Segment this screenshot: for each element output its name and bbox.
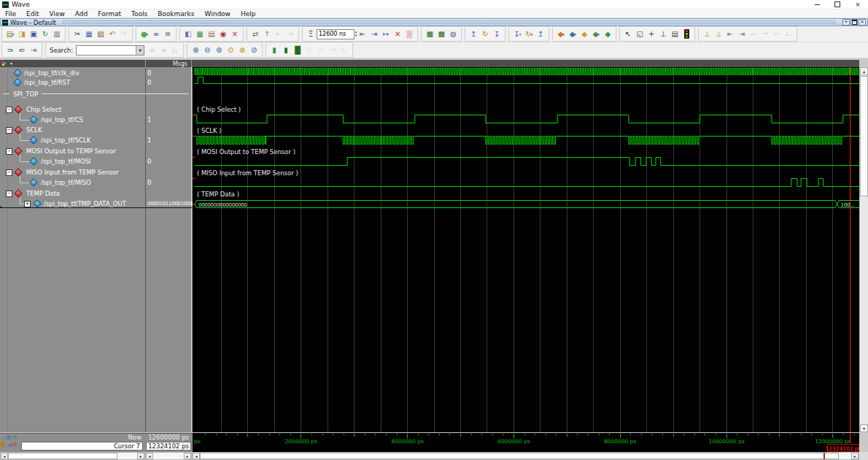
column-menu-caret-icon[interactable]: ▾ — [10, 61, 12, 66]
swap-button[interactable]: ⇄ — [249, 28, 261, 40]
signal-name[interactable]: /spi_top_tf/SCLK — [41, 137, 90, 144]
scroll-up-icon[interactable]: ▴ — [860, 67, 868, 75]
expand-all-button[interactable]: ⇚ — [16, 45, 28, 56]
zoom-in-button[interactable]: ⊕ — [190, 45, 201, 56]
collapse-all-button[interactable]: ⇛ — [4, 45, 16, 56]
toggle-group-button[interactable]: ⇥ — [28, 45, 39, 56]
signal-name[interactable]: /spi_top_tf/RST — [24, 79, 70, 86]
launch-button[interactable]: ●▾ — [139, 28, 150, 40]
group-name[interactable]: SCLK — [26, 126, 42, 134]
run-button[interactable]: ⇥ — [368, 28, 380, 40]
remove-cursor-button[interactable]: ⊥ — [713, 28, 724, 40]
scroll-left-icon[interactable]: ◂ — [193, 453, 200, 459]
signal-name[interactable]: /spi_top_tf/MISO — [41, 179, 91, 186]
group-name[interactable]: Chip Select — [26, 106, 61, 113]
watch-view-button[interactable]: ◆ — [602, 28, 613, 40]
next-rising-button[interactable]: ⌐ — [748, 28, 759, 40]
signal-name[interactable]: /spi_top_tf/TMP_DATA_OUT — [44, 200, 126, 207]
show-markers-button[interactable]: █ — [292, 45, 303, 56]
signal-name[interactable]: /spi_top_tf/MOSI — [41, 158, 91, 165]
profile-view-button[interactable]: ◆▾ — [555, 28, 567, 40]
run-length-input[interactable] — [317, 29, 354, 39]
search-options-button[interactable]: ◺ — [169, 45, 181, 56]
menu-file[interactable]: File — [0, 10, 21, 18]
menu-tools[interactable]: Tools — [126, 10, 152, 18]
waveform-canvas[interactable]: 0000000000000000100...( Chip Select )( S… — [193, 67, 859, 432]
forward-button[interactable]: → — [284, 28, 296, 40]
find-button[interactable]: ∞ — [150, 28, 162, 40]
column-divider[interactable] — [191, 60, 192, 67]
zoom-out-button[interactable]: ⊖ — [201, 45, 213, 56]
signal-row[interactable]: /spi_top_tf/CS1 — [0, 115, 192, 124]
zoom-full-button[interactable]: ⊛ — [213, 45, 225, 56]
scroll-left-icon[interactable]: ◂ — [146, 453, 153, 459]
msgs-column-header[interactable]: Msgs — [146, 61, 187, 67]
zoom-cursor-button[interactable]: ⊚ — [236, 45, 248, 56]
show-grid-button[interactable]: ▮ — [280, 45, 292, 56]
scroll-right-icon[interactable]: ▸ — [851, 453, 859, 459]
hscroll-thumb[interactable] — [200, 453, 839, 459]
group-name[interactable]: TEMP Data — [26, 190, 60, 197]
menu-edit[interactable]: Edit — [21, 10, 44, 18]
wave-window-new-button[interactable]: ▩ — [435, 28, 447, 40]
stoplight-button[interactable] — [681, 28, 692, 40]
signal-row[interactable]: /spi_top_tf/MISO0 — [0, 177, 192, 187]
collapse-group-icon[interactable]: − — [6, 107, 12, 113]
group-name[interactable]: MOSI Output to TEMP Sensor — [26, 147, 116, 155]
pane-header[interactable]: Wave - Default + × — [0, 18, 868, 26]
vertical-scroll-thumb[interactable] — [860, 76, 868, 196]
new-file-button[interactable]: ▤▾ — [4, 28, 16, 40]
cut-button[interactable]: ✂ — [71, 28, 83, 40]
signal-name[interactable]: /spi_top_tf/clk_div — [24, 69, 80, 77]
wave-create-button[interactable]: ▦ — [194, 28, 206, 40]
pane-dock-button[interactable] — [850, 19, 858, 26]
next-falling-button[interactable]: ¬ — [759, 28, 771, 40]
pane-grip[interactable] — [62, 20, 836, 25]
wave-compile-button[interactable]: ◧ — [182, 28, 194, 40]
prev-falling-button[interactable]: ∟ — [783, 28, 794, 40]
manage-bookmarks-button[interactable]: ↻▾ — [523, 28, 535, 40]
menu-help[interactable]: Help — [236, 10, 261, 18]
scroll-left-icon[interactable]: ◂ — [1, 453, 8, 459]
reload-events-button[interactable]: ↻ — [479, 28, 491, 40]
delete-cursor-icon[interactable]: ⊖ — [12, 441, 18, 448]
phase-c-button[interactable]: ¬ — [327, 45, 338, 56]
signal-name[interactable]: /spi_top_tf/CS — [41, 116, 83, 123]
print-button[interactable]: ▥ — [51, 28, 63, 40]
signal-row[interactable]: /spi_top_tf/SCLK1 — [0, 135, 192, 145]
reload-button[interactable]: ↻ — [39, 28, 51, 40]
show-cursors-button[interactable]: ▮ — [268, 45, 280, 56]
run-length-icon[interactable]: Ξ — [305, 28, 317, 40]
collapse-group-icon[interactable]: − — [6, 191, 12, 197]
schematic-view-button[interactable]: ◆▾ — [567, 28, 578, 40]
cursor-name-field[interactable]: Cursor 7 — [21, 442, 143, 451]
signal-row[interactable]: /spi_top_tf/clk_div0 — [0, 68, 192, 77]
wave-window-button[interactable]: ▩ — [424, 28, 435, 40]
pane-close-button[interactable]: × — [859, 19, 866, 26]
next-transition-button[interactable]: ⇥ — [736, 28, 748, 40]
menu-window[interactable]: Window — [199, 10, 236, 18]
search-up-button[interactable]: ∞ — [158, 45, 169, 56]
hscroll-thumb[interactable] — [8, 453, 117, 459]
wave-delete-button[interactable]: × — [229, 28, 241, 40]
back-button[interactable]: ← — [273, 28, 284, 40]
expand-signal-icon[interactable]: + — [24, 201, 31, 207]
restore-button[interactable] — [827, 0, 848, 9]
menu-format[interactable]: Format — [93, 10, 126, 18]
stop-button[interactable]: ◙ — [403, 28, 415, 40]
show-hierarchy-button[interactable]: ≡ — [162, 28, 174, 40]
zoom-in-cursor-button[interactable]: ⊙ — [225, 45, 236, 56]
menu-bookmarks[interactable]: Bookmarks — [152, 10, 199, 18]
search-combobox[interactable]: ▼ — [76, 45, 144, 55]
menu-add[interactable]: Add — [70, 10, 93, 18]
add-bookmark-button[interactable]: ↧▾ — [511, 28, 523, 40]
close-button[interactable]: × — [848, 0, 868, 9]
open-file-button[interactable]: ◨ — [16, 28, 28, 40]
signal-row[interactable]: /spi_top_tf/RST0 — [0, 77, 192, 87]
edit-mode-button[interactable]: ▤ — [669, 28, 681, 40]
scroll-down-icon[interactable]: ▾ — [860, 424, 868, 432]
save-button[interactable]: ▣ — [28, 28, 39, 40]
phase-b-button[interactable]: ⌐ — [315, 45, 327, 56]
timeline-ruler[interactable]: ps2000000 ps4000000 ps6000000 ps8000000 … — [193, 433, 859, 452]
goto-bookmark-button[interactable]: ↥ — [535, 28, 546, 40]
